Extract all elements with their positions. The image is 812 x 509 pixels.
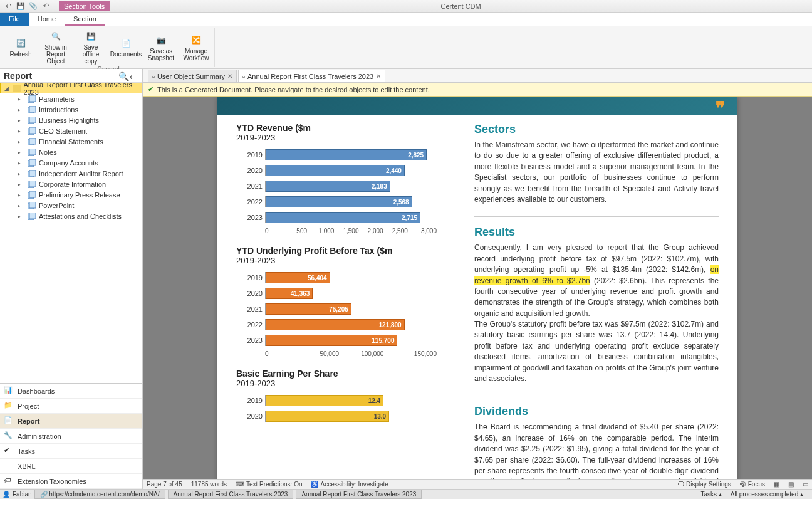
undo-icon[interactable]: ↶ (41, 2, 50, 11)
saveoffline-button[interactable]: 💾Save offlinecopy (74, 28, 108, 66)
search-icon[interactable]: 🔍 (118, 71, 127, 80)
expand-arrow-icon[interactable]: ▸ (18, 202, 24, 209)
document-tab[interactable]: ▫User Object Summary✕ (148, 70, 237, 82)
view-print-icon[interactable]: ▤ (788, 481, 794, 488)
expand-arrow-icon[interactable]: ▸ (18, 117, 24, 123)
expand-arrow-icon[interactable]: ▸ (18, 128, 24, 134)
url-crumb[interactable]: 🔗 https://cdmdemo.certent.com/demo/NA/ (34, 490, 165, 499)
tree-item[interactable]: ▸PowerPoint (0, 200, 142, 211)
savesnap-icon: 📷 (154, 33, 169, 48)
svg-rect-14 (29, 159, 36, 165)
chart-row: 2021 2,183 (242, 179, 437, 194)
expand-arrow-icon[interactable]: ▸ (18, 160, 24, 166)
tree-item[interactable]: ▸Introductions (0, 104, 142, 115)
chart-category: 2021 (242, 182, 265, 190)
tab-section[interactable]: Section (65, 13, 105, 26)
section-icon (27, 105, 37, 114)
chart-bar-track: 2,440 (265, 165, 437, 176)
svg-rect-24 (29, 213, 36, 219)
nav-dashboards[interactable]: 📊Dashboards (0, 384, 142, 399)
tree-item[interactable]: ▸Corporate Information (0, 179, 142, 189)
save-icon[interactable]: 💾 (16, 2, 25, 11)
section-tools-contextual-tab: Section Tools (59, 1, 110, 11)
expand-arrow-icon[interactable]: ▸ (18, 149, 24, 155)
nav-icon: 📊 (4, 386, 14, 396)
results-heading: Results (474, 226, 719, 239)
chart-bar-track: 121,800 (265, 319, 437, 330)
nav-report[interactable]: 📄Report (0, 414, 142, 429)
expand-arrow-icon[interactable]: ▸ (18, 181, 24, 187)
tree-item[interactable]: ▸Financial Statements (0, 136, 142, 147)
nav-tasks[interactable]: ✔Tasks (0, 444, 142, 459)
accessibility-check[interactable]: ♿ Accessibility: Investigate (311, 481, 388, 488)
section-icon (27, 159, 37, 167)
nav-administration[interactable]: 🔧Administration (0, 429, 142, 444)
expand-arrow-icon[interactable]: ◢ (4, 85, 10, 92)
tree-item[interactable]: ▸Attestations and Checklists (0, 211, 142, 221)
chart-bar-track: 13.0 (265, 411, 437, 422)
workflow-button[interactable]: 🔀ManageWorkflow (179, 28, 213, 66)
expand-arrow-icon[interactable]: ▸ (18, 139, 24, 145)
back-icon[interactable]: ↩ (4, 2, 13, 11)
expand-arrow-icon[interactable]: ▸ (18, 213, 24, 219)
chart-category: 2020 (242, 412, 265, 420)
collapse-icon[interactable]: ‹ (130, 71, 138, 80)
document-viewport[interactable]: ❞ YTD Revenue ($m 2019-2023 2019 2,825 2… (143, 97, 812, 479)
tree-item-label: Independent Auditor Report (39, 170, 123, 177)
dividends-body: The Board is recommending a final divide… (474, 422, 719, 479)
tree-item[interactable]: ▸Independent Auditor Report (0, 168, 142, 179)
attach-icon[interactable]: 📎 (29, 2, 38, 11)
breadcrumb-1[interactable]: Annual Report First Class Travelers 2023 (168, 490, 294, 499)
chart-row: 2020 13.0 (242, 409, 437, 424)
chart-bar: 12.4 (266, 395, 383, 406)
tree-item[interactable]: ▸Notes (0, 147, 142, 157)
close-icon[interactable]: ✕ (376, 73, 381, 80)
tab-file[interactable]: File (0, 13, 29, 26)
tree-item[interactable]: ▸Business Highlights (0, 115, 142, 125)
documents-icon: 📄 (118, 36, 133, 51)
refresh-button[interactable]: 🔄Refresh (4, 28, 38, 66)
report-tree[interactable]: ◢ Annual Report First Class Travelers 20… (0, 83, 142, 383)
chart-row: 2023 115,700 (242, 333, 437, 348)
document-tab[interactable]: ▫Annual Report First Class Travelers 202… (238, 70, 385, 82)
documents-button[interactable]: 📄Documents (109, 28, 143, 66)
tree-item[interactable]: ▸Preliminary Press Release (0, 189, 142, 200)
nav-extension-taxonomies[interactable]: 🏷Extension Taxonomies (0, 474, 142, 489)
close-icon[interactable]: ✕ (227, 73, 232, 80)
savesnap-button[interactable]: 📷Save asSnapshot (144, 28, 178, 66)
word-count[interactable]: 11785 words (191, 481, 227, 488)
chart-bar-track: 115,700 (265, 335, 437, 346)
left-panel-header: Report 🔍 ‹ (0, 69, 142, 83)
focus-button[interactable]: 🞋 Focus (740, 481, 765, 488)
chart-title: YTD Revenue ($m (236, 123, 449, 133)
check-icon: ✔ (148, 85, 154, 93)
processes-dropdown[interactable]: All processes completed ▴ (731, 491, 803, 498)
page-indicator[interactable]: Page 7 of 45 (147, 481, 182, 488)
sectors-body: In the Mainstream sector, we have outper… (474, 140, 719, 205)
section-icon (27, 148, 37, 157)
chart-category: 2022 (242, 321, 265, 328)
view-web-icon[interactable]: ▭ (803, 481, 808, 488)
tab-icon: ▫ (242, 73, 245, 80)
ribbon: 🔄Refresh🔍Show inReport Object💾Save offli… (0, 26, 812, 69)
tree-root[interactable]: ◢ Annual Report First Class Travelers 20… (0, 83, 142, 93)
tab-home[interactable]: Home (29, 13, 65, 26)
tree-item[interactable]: ▸CEO Statement (0, 125, 142, 136)
breadcrumb-2[interactable]: Annual Report First Class Travelers 2023 (296, 490, 422, 499)
expand-arrow-icon[interactable]: ▸ (18, 107, 24, 113)
nav-xbrl[interactable]: XBRL (0, 459, 142, 474)
expand-arrow-icon[interactable]: ▸ (18, 192, 24, 198)
charts-column: YTD Revenue ($m 2019-2023 2019 2,825 202… (236, 123, 449, 479)
nav-project[interactable]: 📁Project (0, 399, 142, 414)
view-read-icon[interactable]: ▦ (774, 481, 779, 488)
expand-arrow-icon[interactable]: ▸ (18, 171, 24, 177)
expand-arrow-icon[interactable]: ▸ (18, 96, 24, 102)
display-settings-button[interactable]: 🖵 Display Settings (678, 481, 731, 488)
tasks-dropdown[interactable]: Tasks ▴ (700, 491, 721, 498)
focus-icon: 🞋 (740, 481, 746, 488)
showin-button[interactable]: 🔍Show inReport Object (39, 28, 73, 66)
tree-item[interactable]: ▸Company Accounts (0, 157, 142, 168)
predictions-toggle[interactable]: ⌨ Text Predictions: On (236, 481, 302, 488)
section-icon (27, 137, 37, 146)
chart-x-axis: 050,000100,000150,000 (265, 349, 437, 357)
